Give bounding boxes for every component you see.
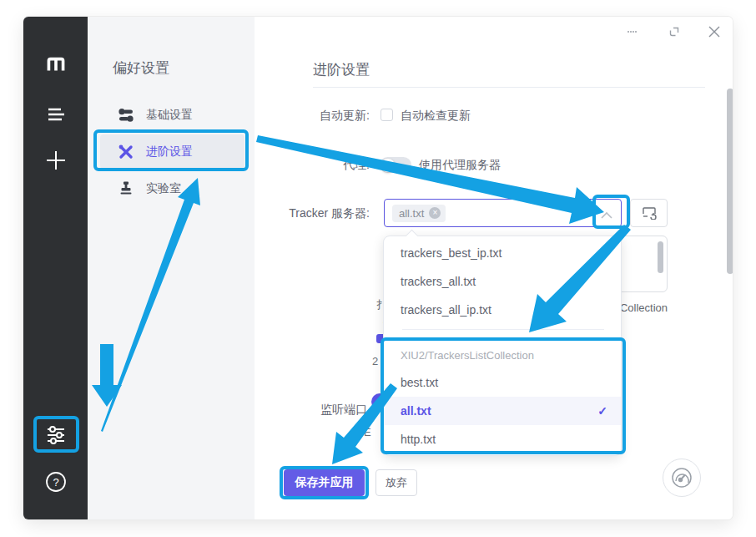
preferences-title: 偏好设置 (113, 58, 169, 78)
close-icon (708, 26, 720, 38)
svg-text:?: ? (53, 476, 58, 489)
settings-sliders-icon[interactable] (23, 423, 88, 448)
proxy-toggle[interactable] (380, 157, 411, 173)
maximize-icon (668, 25, 681, 38)
speed-gauge-button[interactable] (663, 458, 701, 497)
textarea-scroll-thumb[interactable] (658, 241, 663, 273)
text-fragment: 2 (372, 355, 378, 367)
toggles-icon (118, 108, 134, 123)
dropdown-divider (402, 329, 604, 330)
auto-update-checkbox-label: 自动检查更新 (401, 109, 471, 124)
maximize-button[interactable] (666, 23, 683, 40)
dropdown-group-label: XIU2/TrackersListCollection (384, 347, 621, 365)
dropdown-item[interactable]: trackers_all.txt (384, 267, 621, 296)
sidebar-item-lab[interactable]: 实验室 (100, 171, 244, 205)
help-icon[interactable]: ? (23, 471, 88, 493)
advanced-settings-panel: 进阶设置 自动更新: 自动检查更新 代理: 使用代理服务器 Tracker 服务… (255, 17, 733, 519)
tracker-dropdown: trackers_best_ip.txt trackers_all.txt tr… (383, 236, 622, 456)
main-scrollbar-thumb[interactable] (727, 89, 733, 274)
sync-icon (642, 206, 657, 220)
dropdown-item-label: all.txt (401, 404, 431, 418)
sidebar-item-basic-settings[interactable]: 基础设置 (100, 98, 244, 132)
dropdown-item[interactable]: trackers_best_ip.txt (384, 239, 621, 267)
tracker-select-input[interactable]: all.txt × (384, 199, 622, 227)
listen-port-label: 监听端口 (284, 403, 367, 418)
motrix-logo-icon (23, 52, 88, 77)
toggle-knob (381, 159, 395, 172)
proxy-toggle-label: 使用代理服务器 (419, 158, 501, 173)
discard-button[interactable]: 放弃 (375, 469, 417, 496)
menu-item-label: 基础设置 (146, 108, 193, 123)
tracker-label: Tracker 服务器: (288, 206, 370, 221)
text-fragment: E (364, 426, 371, 438)
auto-update-label: 自动更新: (280, 109, 370, 124)
sidebar: ? (23, 17, 88, 519)
preferences-panel: 偏好设置 基础设置 进阶设置 实验室 (88, 17, 255, 519)
dropdown-item[interactable]: trackers_all_ip.txt (384, 296, 621, 324)
tracker-tag-label: all.txt (399, 207, 424, 220)
dropdown-item[interactable]: best.txt (384, 368, 621, 397)
add-task-icon[interactable] (23, 149, 88, 172)
save-and-apply-button[interactable]: 保存并应用 (284, 469, 365, 496)
tag-close-icon[interactable]: × (429, 207, 441, 219)
check-icon: ✓ (597, 397, 607, 425)
app-window: ? 偏好设置 基础设置 进阶设置 实验室 (23, 17, 733, 519)
minimize-button[interactable] (624, 23, 641, 40)
page-title: 进阶设置 (313, 60, 370, 79)
chevron-up-icon[interactable] (600, 208, 613, 223)
speedometer-icon (669, 465, 694, 490)
stamp-icon (118, 180, 134, 197)
tracker-tag: all.txt × (392, 205, 446, 222)
auto-update-checkbox[interactable] (381, 109, 393, 121)
minimize-icon (627, 30, 638, 33)
task-list-icon[interactable] (23, 105, 88, 124)
menu-item-label: 实验室 (146, 181, 181, 196)
dropdown-item-selected[interactable]: all.txt ✓ (384, 397, 621, 425)
menu-item-label: 进阶设置 (146, 144, 193, 160)
title-divider (313, 87, 705, 88)
sync-trackers-button[interactable] (630, 199, 668, 227)
tools-icon (118, 144, 134, 160)
proxy-label: 代理: (313, 158, 370, 173)
close-button[interactable] (706, 23, 723, 40)
sidebar-item-advanced-settings[interactable]: 进阶设置 (100, 134, 244, 169)
dropdown-item[interactable]: http.txt (384, 425, 621, 453)
